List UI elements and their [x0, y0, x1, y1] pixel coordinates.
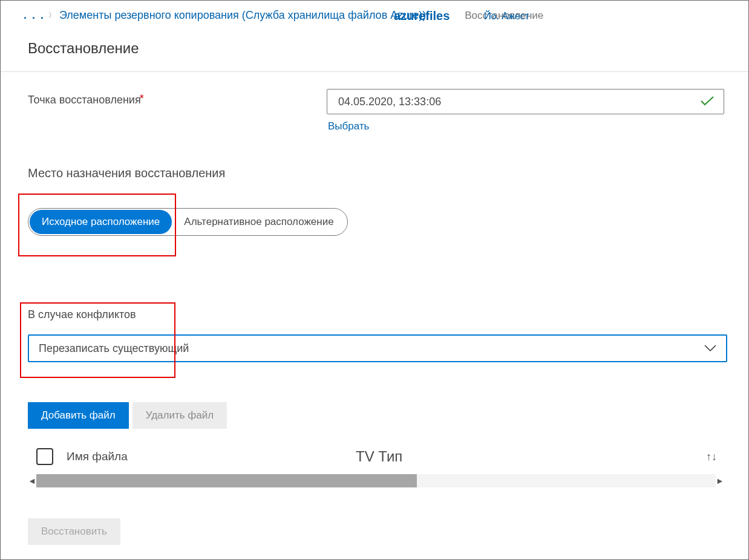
- conflicts-label: В случае конфликтов: [28, 308, 724, 321]
- column-header-filename[interactable]: Имя файла: [67, 450, 369, 463]
- column-header-type[interactable]: TV Тип: [356, 448, 402, 465]
- chevron-down-icon: [704, 345, 716, 352]
- horizontal-scrollbar[interactable]: ◄ ►: [28, 474, 724, 488]
- restore-button: Восстановить: [28, 518, 120, 545]
- select-restore-point-link[interactable]: Выбрать: [328, 120, 369, 132]
- breadcrumb-ellipsis[interactable]: . . .: [24, 9, 45, 22]
- sort-icon[interactable]: ↑↓: [706, 451, 717, 463]
- restore-point-label: Точка восстановления*: [28, 89, 327, 106]
- scrollbar-track[interactable]: [36, 474, 716, 487]
- chevron-right-icon: 〉: [48, 10, 56, 21]
- breadcrumb-secondary-overlay[interactable]: Йо. Ажест: [484, 11, 529, 22]
- required-asterisk-icon: *: [140, 93, 144, 105]
- restore-destination-label: Место назначения восстановления: [28, 166, 724, 180]
- file-table-header: Имя файла TV Тип ↑↓: [28, 448, 724, 465]
- delete-file-button: Удалить файл: [132, 402, 227, 429]
- restore-point-input[interactable]: 04.05.2020, 13:33:06: [327, 89, 724, 114]
- destination-toggle: Исходное расположение Альтернативное рас…: [28, 208, 348, 236]
- scroll-left-icon[interactable]: ◄: [28, 476, 36, 486]
- select-all-checkbox[interactable]: [36, 448, 53, 465]
- conflicts-select[interactable]: Перезаписать существующий: [28, 334, 727, 362]
- conflicts-selected-value: Перезаписать существующий: [39, 342, 189, 355]
- breadcrumb-item-backup-elements[interactable]: Элементы резервного копирования (Служба …: [59, 9, 426, 22]
- page-title: Восстановление: [1, 28, 748, 72]
- breadcrumb: . . . 〉 Элементы резервного копирования …: [1, 1, 748, 28]
- checkmark-icon: [701, 95, 714, 109]
- restore-point-value: 04.05.2020, 13:33:06: [338, 96, 441, 108]
- breadcrumb-azurefiles-overlay[interactable]: azurefiles: [394, 9, 450, 23]
- scrollbar-thumb[interactable]: [36, 474, 417, 487]
- destination-original-option[interactable]: Исходное расположение: [30, 210, 172, 234]
- add-file-button[interactable]: Добавить файл: [28, 402, 129, 429]
- scroll-right-icon[interactable]: ►: [716, 476, 724, 486]
- destination-alternate-option[interactable]: Альтернативное расположение: [172, 210, 345, 234]
